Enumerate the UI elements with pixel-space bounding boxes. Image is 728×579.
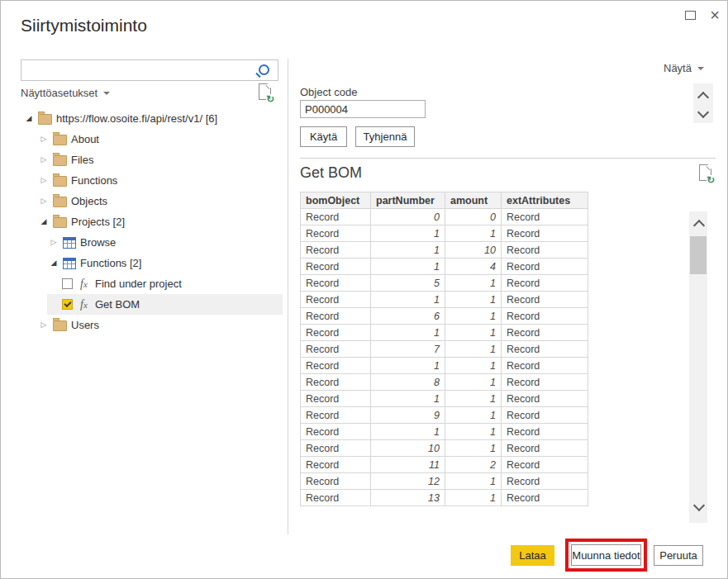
cancel-button[interactable]: Peruuta (654, 545, 703, 566)
bom-preview-table: bomObject partNumber amount extAttribute… (300, 192, 588, 506)
tree-item-users[interactable]: ▷ Users (17, 315, 286, 335)
expander-collapsed-icon[interactable]: ▷ (39, 135, 49, 143)
table-icon (63, 258, 76, 269)
table-cell: Record (301, 440, 371, 457)
folder-icon (53, 155, 67, 166)
scroll-up-button[interactable] (697, 92, 709, 103)
clear-button[interactable]: Tyhjennä (355, 126, 415, 147)
table-cell: Record (502, 275, 588, 292)
expander-collapsed-icon[interactable]: ▷ (39, 156, 49, 164)
table-row: Record11Record (301, 225, 588, 242)
table-cell: 1 (445, 358, 502, 374)
table-row: Record101Record (301, 440, 588, 457)
table-row: Record11Record (301, 325, 588, 341)
expander-collapsed-icon[interactable]: ▷ (39, 177, 49, 184)
refresh-icon: ↻ (707, 175, 715, 185)
scrollbar-thumb[interactable] (690, 236, 707, 274)
tree-item-functions[interactable]: ▷ Functions (17, 170, 286, 191)
table-cell: Record (301, 225, 371, 242)
table-cell: 1 (445, 341, 502, 358)
cancel-button-label: Peruuta (659, 549, 697, 562)
load-button-label: Lataa (519, 549, 546, 562)
display-options-dropdown[interactable]: Näyttöasetukset (21, 87, 110, 99)
table-icon (63, 237, 76, 249)
expander-collapsed-icon[interactable]: ▷ (39, 321, 49, 329)
tree-item-objects[interactable]: ▷ Objects (17, 191, 286, 211)
tree-item-label: Projects [2] (71, 216, 125, 228)
table-cell: Record (301, 490, 371, 506)
preview-scroll-buttons (693, 83, 713, 123)
table-cell: Record (502, 308, 588, 325)
tree-item-about[interactable]: ▷ About (17, 129, 286, 149)
table-cell: Record (502, 440, 588, 457)
bom-table-body: Record00RecordRecord11RecordRecord110Rec… (301, 209, 588, 506)
table-row: Record14Record (301, 259, 588, 275)
object-code-input[interactable] (300, 100, 426, 118)
transform-data-button[interactable]: Muunna tiedot (571, 544, 641, 566)
table-cell: Record (301, 275, 371, 292)
table-row: Record61Record (301, 308, 588, 325)
pane-divider (288, 59, 288, 534)
checkbox-checked[interactable] (62, 299, 73, 310)
scroll-down-button[interactable] (697, 107, 709, 118)
table-cell: Record (502, 490, 588, 506)
apply-button-label: Käytä (310, 131, 337, 143)
table-cell: Record (301, 259, 371, 275)
refresh-preview-button[interactable]: ↻ (259, 83, 273, 102)
tree-item-label: Find under project (95, 278, 182, 290)
table-cell: Record (502, 259, 588, 275)
table-cell: 1 (371, 242, 445, 259)
table-cell: Record (301, 424, 371, 440)
table-cell: 1 (445, 391, 502, 407)
search-icon[interactable] (259, 64, 269, 75)
clear-button-label: Tyhjennä (364, 131, 407, 143)
expander-expanded-icon[interactable]: ◢ (39, 218, 49, 225)
section-divider (300, 158, 716, 159)
load-button[interactable]: Lataa (511, 545, 554, 566)
table-row: Record112Record (301, 457, 588, 473)
tree-item-find-under-project[interactable]: fx Find under project (17, 273, 286, 294)
table-cell: 9 (371, 407, 445, 424)
scrollbar-up-icon[interactable] (693, 220, 705, 231)
tree-item-files[interactable]: ▷ Files (17, 149, 286, 170)
refresh-table-button[interactable]: ↻ (699, 164, 713, 183)
apply-button[interactable]: Käytä (300, 126, 347, 147)
table-cell: Record (301, 308, 371, 325)
table-row: Record11Record (301, 424, 588, 440)
expander-expanded-icon[interactable]: ◢ (49, 259, 59, 267)
search-box[interactable] (21, 59, 278, 81)
tree-item-browse[interactable]: ▷ Browse (17, 232, 286, 253)
folder-icon (53, 135, 67, 145)
tree-item-functions-2[interactable]: ◢ Functions [2] (17, 253, 286, 273)
table-scrollbar[interactable] (689, 211, 707, 523)
table-cell: Record (301, 407, 371, 424)
column-header: extAttributes (502, 192, 588, 209)
maximize-button[interactable] (680, 6, 700, 24)
table-row: Record71Record (301, 341, 588, 358)
table-row: Record81Record (301, 374, 588, 391)
column-header: partNumber (371, 192, 445, 209)
tree-item-label: https://flow.osoite.fi/api/rest/v1/ [6] (56, 112, 217, 125)
table-cell: 1 (445, 292, 502, 308)
table-cell: 1 (445, 308, 502, 325)
tree-item-projects[interactable]: ◢ Projects [2] (17, 211, 286, 232)
table-cell: Record (502, 407, 588, 424)
table-cell: Record (502, 325, 588, 341)
checkbox-unchecked[interactable] (62, 278, 73, 289)
show-dropdown[interactable]: Näytä (664, 62, 704, 74)
table-cell: 1 (371, 292, 445, 308)
tree-item-get-bom[interactable]: fx Get BOM (17, 294, 286, 315)
tree-item-label: Users (71, 319, 99, 331)
table-row: Record11Record (301, 391, 588, 407)
table-cell: Record (301, 391, 371, 407)
expander-expanded-icon[interactable]: ◢ (24, 115, 34, 122)
expander-collapsed-icon[interactable]: ▷ (39, 197, 49, 205)
table-cell: Record (301, 325, 371, 341)
tree-item-root[interactable]: ◢ https://flow.osoite.fi/api/rest/v1/ [6… (17, 108, 286, 129)
table-cell: 8 (371, 374, 445, 391)
table-cell: Record (502, 209, 588, 225)
close-button[interactable]: × (705, 6, 725, 24)
scrollbar-down-icon[interactable] (693, 500, 705, 511)
expander-collapsed-icon[interactable]: ▷ (49, 239, 59, 246)
search-input[interactable] (26, 62, 261, 80)
